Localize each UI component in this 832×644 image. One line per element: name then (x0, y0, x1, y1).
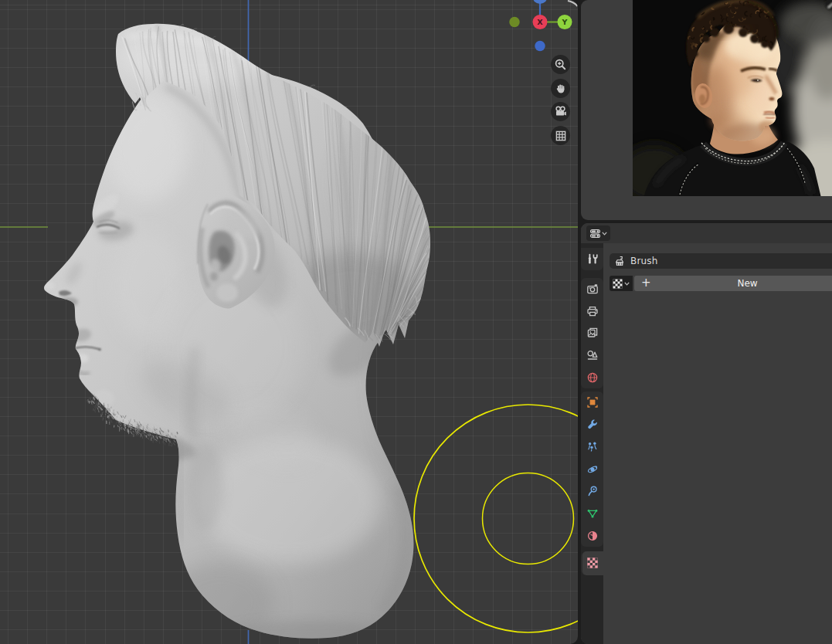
move-button[interactable] (551, 79, 570, 98)
hand-icon (555, 83, 567, 95)
zoom-button[interactable] (551, 55, 570, 74)
tab-group (581, 278, 603, 388)
gizmo-neg-z-ball (535, 41, 545, 51)
properties-icon (589, 228, 601, 239)
viewport-3d[interactable]: X Y (0, 0, 578, 644)
properties-editor: Brush (581, 223, 832, 644)
gizmo-neg-y-ball (509, 17, 519, 27)
wrench-icon (586, 419, 599, 431)
camera-button[interactable] (551, 102, 570, 121)
blender-window: X Y (0, 0, 832, 644)
tab-view-layer[interactable] (581, 322, 603, 344)
tab-constraints[interactable] (581, 480, 603, 503)
tab-group (581, 248, 603, 270)
grid-icon (555, 130, 567, 142)
chevron-down-icon (624, 282, 630, 286)
camera-icon (554, 105, 567, 118)
new-texture-label: New (737, 278, 757, 289)
breadcrumb-label: Brush (630, 256, 658, 266)
gizmo-y-label: Y (562, 18, 568, 26)
tab-object-data[interactable] (581, 503, 603, 525)
tab-output[interactable] (581, 300, 603, 322)
tool-icon (586, 253, 599, 265)
tab-physics[interactable] (581, 458, 603, 480)
scene-icon (586, 349, 599, 361)
tab-modifiers[interactable] (581, 414, 603, 436)
object-icon (586, 396, 599, 408)
properties-header (581, 223, 832, 243)
tab-particles[interactable] (581, 436, 603, 459)
tab-world[interactable] (581, 366, 603, 388)
reference-photo (633, 0, 832, 196)
properties-content: Brush (603, 243, 832, 644)
tab-texture[interactable] (581, 552, 603, 575)
tab-scene[interactable] (581, 344, 603, 367)
new-texture-button[interactable]: + New (634, 276, 832, 291)
gizmo-z-ball (533, 0, 548, 4)
view-layer-icon (586, 327, 599, 339)
texture-checker-icon (613, 279, 623, 289)
breadcrumb: Brush (610, 253, 832, 269)
corner-arc (0, 0, 578, 644)
world-icon (586, 371, 599, 384)
chevron-down-icon (602, 232, 607, 236)
tab-material[interactable] (581, 524, 603, 547)
material-icon (586, 530, 599, 542)
tab-group (581, 391, 603, 547)
output-icon (586, 305, 599, 317)
texture-selector-button[interactable] (610, 276, 633, 291)
constraint-icon (586, 485, 599, 497)
tab-object[interactable] (581, 391, 603, 414)
texture-datablock-row: + New (610, 276, 832, 291)
render-icon (586, 283, 599, 295)
magnifier-icon (554, 58, 567, 71)
plus-icon: + (641, 276, 651, 291)
gizmo-x-label: X (537, 18, 543, 26)
editor-type-button[interactable] (586, 225, 610, 241)
texture-icon (586, 557, 599, 569)
mesh-data-icon (586, 507, 599, 520)
physics-icon (586, 463, 599, 476)
image-editor[interactable] (581, 0, 832, 220)
grid-button[interactable] (551, 126, 570, 145)
particles-icon (586, 441, 599, 453)
tab-render[interactable] (581, 278, 603, 300)
nav-gizmo[interactable]: X Y (494, 0, 578, 56)
tab-tool[interactable] (581, 248, 603, 270)
tab-group (581, 552, 603, 575)
brush-icon (613, 256, 625, 267)
properties-tab-strip (581, 243, 603, 644)
